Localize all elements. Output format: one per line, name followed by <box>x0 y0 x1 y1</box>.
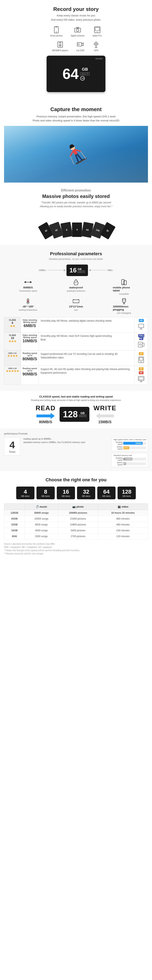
class-6-desc: Smoothly play HD Movie, satisfying digit… <box>39 317 134 332</box>
size-icon <box>72 298 80 304</box>
param-size: 15*11*1mm size <box>65 298 87 314</box>
sd-class-num: 10 <box>82 77 84 80</box>
svg-rect-54 <box>139 324 144 328</box>
music-128: 30600 songs <box>25 510 58 516</box>
record-title: Record your story <box>4 6 148 12</box>
fan-card-4: 4 <box>72 223 82 237</box>
perf-desc2: standard memory card is 15MB/s, Our CLAS… <box>23 441 109 444</box>
efficient-quote2: Allowing you to easily transfer precious… <box>4 205 148 208</box>
device-gps-label: GPS <box>94 49 98 52</box>
capacity-128: 128GB <box>4 510 25 516</box>
write-speed: 15MB/S <box>98 420 112 424</box>
svg-point-2 <box>56 32 57 32</box>
music-64: 16000 songs <box>25 516 58 522</box>
device-smartphones-label: Smart phones <box>50 35 62 37</box>
param-temp-value: -40°~185° <box>22 305 34 308</box>
capacity-64: 64GB <box>4 516 25 522</box>
svg-rect-44 <box>73 300 79 303</box>
svg-rect-61 <box>139 358 143 360</box>
param-plug-value: 100000times plugging <box>113 305 135 311</box>
device-icons-row: Smart phones digital cameras tablet PCs <box>4 26 148 37</box>
sd-card-type: micro TF <box>80 72 90 75</box>
svg-rect-5 <box>77 27 78 28</box>
data-row-32gb: 32GB 8000 songs 10800 pictures 480 minut… <box>4 522 148 527</box>
perf-section: performance Promote 4 Times reading spee… <box>0 428 152 471</box>
perf-std-read-label: Reading speed <box>113 457 122 461</box>
record-line1: Keep every classic music for you <box>4 14 148 18</box>
section-efficient: Efficient promotion Massive photos easil… <box>0 183 152 245</box>
read-arrow <box>37 413 55 419</box>
choose-card-64gb: 64 GB micro <box>97 487 115 499</box>
perf-bar-item-1: High Speed SDHC UHS-1 Memory Card Readin… <box>112 437 148 451</box>
class-row-uhs1: UHS-1 U1 ★★★★ Reading speed up to 80MB/S… <box>4 350 148 366</box>
uhs3-device-icon <box>138 375 145 383</box>
choose-card-8gb: 8 GB micro <box>37 487 55 499</box>
rw-section: CLASS10 speed, fast and stable reading a… <box>0 391 152 428</box>
class-10-speed-val: 10MB/S <box>22 339 37 343</box>
photo-32: 10800 pictures <box>58 522 98 527</box>
svg-point-15 <box>78 44 79 45</box>
cards-fan: 32 16 8 4 64 128 32 <box>40 213 112 237</box>
col-video: 🎬 video <box>98 503 148 510</box>
speed-card-display: 16 GB micro TF <box>66 264 88 276</box>
uhs3-4k-badge: 4K <box>139 371 144 374</box>
perf-bar-fill-4: 5MB/S <box>123 462 126 465</box>
class-6-label: CLASS 6 ★★ <box>4 317 21 332</box>
choose-card-32gb: 32 GB micro <box>77 487 95 499</box>
efficient-title: Massive photos easily stored <box>4 194 148 199</box>
perf-bar-item-2: Standard memory card Reading speed 15MB/… <box>112 453 148 467</box>
capture-desc1: Precious memory, instant preservation, t… <box>4 115 148 119</box>
device-mp3: MP3/MP4 players <box>52 41 68 52</box>
svg-point-4 <box>77 29 79 31</box>
photo-64: 21600 pictures <box>58 516 98 522</box>
svg-rect-1 <box>55 27 58 27</box>
uhs1-speed: Reading speed up to 80MB/S <box>21 350 39 366</box>
class-10-device-icon <box>138 341 145 348</box>
uhs1-badge: 3D <box>134 350 148 366</box>
param-plugging: 100000times plugging and unplugging <box>113 298 135 314</box>
perf-header: performance Promote <box>4 432 148 435</box>
choose-cards-row: 4 GB micro 8 GB micro 16 GB micro 32 GB … <box>4 487 148 499</box>
capacity-16: 16GB <box>4 527 25 533</box>
rw-display: READ 80MB/S 128 GB micro TF WRITE <box>4 404 148 424</box>
svg-point-7 <box>97 32 98 32</box>
class-10-label: CLASS 10 ★★★ <box>4 332 21 350</box>
video-8: 120 minutes <box>98 533 148 539</box>
svg-marker-35 <box>30 281 32 283</box>
params-title: Professional parameters <box>4 251 148 256</box>
uhs3-label: UHS-1 U3 ★★★★★ <box>4 366 21 385</box>
svg-marker-67 <box>37 413 55 419</box>
device-dvr: Car DVR <box>76 41 84 52</box>
choose-card-128gb: 128 GB micro <box>118 487 136 499</box>
perf-bar-label-1: High Speed SDHC UHS-1 Memory Card <box>113 439 146 441</box>
param-waterproof: waterproof quadruple protection <box>65 279 87 295</box>
music-8: 2000 songs <box>25 533 58 539</box>
svg-line-37 <box>75 282 77 283</box>
write-arrow <box>96 413 114 419</box>
photo-8: 2700 pictures <box>58 533 98 539</box>
uhs3-speed-val: 90MB/S <box>22 372 37 377</box>
data-table-header-row: 🎵 music 📷 photo 🎬 video <box>4 503 148 510</box>
col-capacity <box>4 503 25 510</box>
rw-card-display: 128 GB micro TF <box>59 407 90 422</box>
photo-16: 5400 pictures <box>58 527 98 533</box>
device-camera-label: digital cameras <box>71 35 84 37</box>
perf-bar-fill-1: 80MB/S <box>123 442 143 445</box>
svg-point-21 <box>96 43 97 45</box>
param-temperature: -40°~185° working temperature <box>17 298 39 314</box>
perf-times-label: Times <box>6 450 18 453</box>
device-mp3-label: MP3/MP4 players <box>52 49 68 52</box>
speed-card-type: micro TF <box>78 270 85 273</box>
read-side: READ 80MB/S <box>36 404 56 424</box>
uhs1-speed-val: 80MB/S <box>22 356 37 361</box>
dvr-icon <box>77 41 84 48</box>
gps-icon <box>93 41 100 48</box>
section-record: Record your story Keep every classic mus… <box>0 0 152 100</box>
choose-card-4gb: 4 GB micro <box>16 487 34 499</box>
write-label: WRITE <box>93 404 116 412</box>
perf-desc: reading speed up to 80MB/s standard memo… <box>23 437 109 444</box>
uhs3-speed: Reading speed up to 90MB/S <box>21 366 39 385</box>
waterproof-icon <box>72 279 80 285</box>
capacity-32: 32GB <box>4 522 25 527</box>
ski-image <box>4 126 148 183</box>
